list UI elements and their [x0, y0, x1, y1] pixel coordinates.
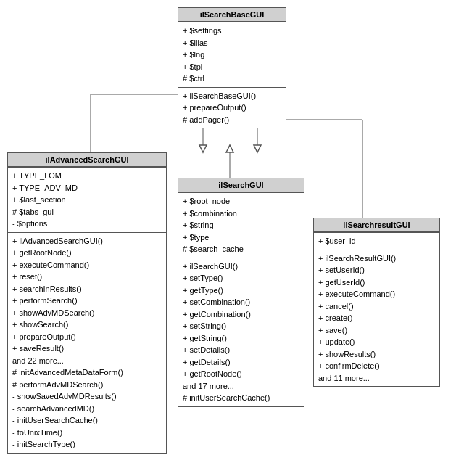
ilsearchresultgui-title: ilSearchresultGUI — [314, 218, 439, 232]
iladvancedsearchgui-title: ilAdvancedSearchGUI — [8, 153, 166, 167]
ilsearchbasegui-box: ilSearchBaseGUI + $settings + $ilias + $… — [178, 7, 286, 128]
iladvancedsearchgui-box: ilAdvancedSearchGUI + TYPE_LOM + TYPE_AD… — [7, 152, 167, 454]
ilsearchgui-attributes: + $root_node + $combination + $string + … — [178, 192, 304, 258]
ilsearchresultgui-box: ilSearchresultGUI + $user_id + ilSearchR… — [313, 218, 440, 387]
ilsearchresultgui-methods: + ilSearchResultGUI() + setUserId() + ge… — [314, 250, 439, 387]
ilsearchgui-title: ilSearchGUI — [178, 178, 304, 192]
ilsearchbasegui-methods: + ilSearchBaseGUI() + prepareOutput() # … — [178, 87, 286, 128]
ilsearchbasegui-title: ilSearchBaseGUI — [178, 8, 286, 22]
iladvancedsearchgui-attributes: + TYPE_LOM + TYPE_ADV_MD + $last_section… — [8, 167, 166, 232]
diagram-container: ilSearchBaseGUI + $settings + $ilias + $… — [0, 0, 456, 476]
iladvancedsearchgui-methods: + ilAdvancedSearchGUI() + getRootNode() … — [8, 232, 166, 453]
ilsearchgui-box: ilSearchGUI + $root_node + $combination … — [178, 178, 304, 407]
ilsearchbasegui-attributes: + $settings + $ilias + $lng + $tpl # $ct… — [178, 22, 286, 87]
ilsearchgui-methods: + ilSearchGUI() + setType() + getType() … — [178, 258, 304, 406]
ilsearchresultgui-attributes: + $user_id — [314, 232, 439, 250]
